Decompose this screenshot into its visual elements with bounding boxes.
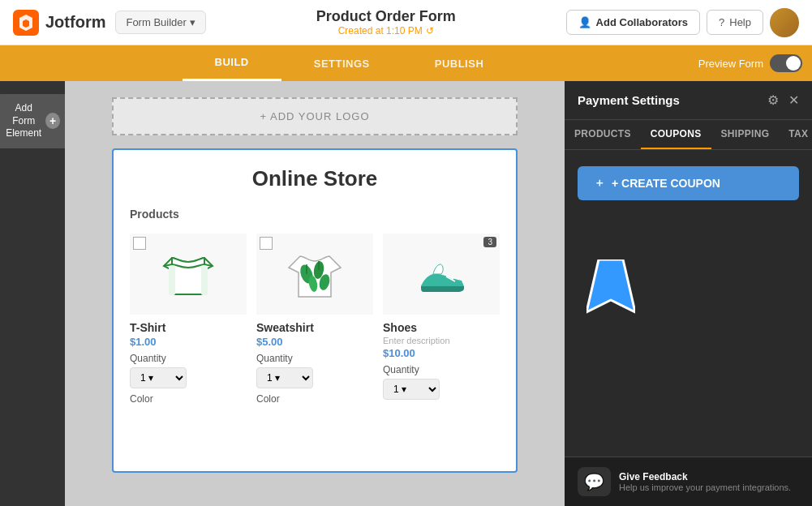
feedback-description: Help us improve your payment integration… — [619, 482, 791, 492]
product-name: Shoes — [383, 321, 500, 334]
create-coupon-button[interactable]: ＋ + CREATE COUPON — [578, 166, 799, 200]
add-icon: + — [45, 113, 60, 129]
preview-form-label: Preview Form — [698, 58, 763, 70]
form-card: Online Store Products — [112, 148, 518, 473]
list-item: T-Shirt $1.00 Quantity 1 ▾ Color — [130, 234, 247, 405]
avatar-image — [770, 8, 799, 37]
preview-area: Preview Form — [698, 54, 802, 72]
tab-coupons[interactable]: COUPONS — [641, 120, 711, 149]
product-checkbox[interactable] — [133, 237, 146, 250]
nav-tab-settings[interactable]: SETTINGS — [281, 45, 402, 81]
products-grid: T-Shirt $1.00 Quantity 1 ▾ Color — [130, 234, 500, 405]
logo-text: Jotform — [45, 13, 105, 32]
product-checkbox[interactable] — [260, 237, 273, 250]
add-form-label: Add FormElement — [5, 102, 42, 140]
panel-header: Payment Settings ⚙ ✕ — [565, 81, 812, 120]
svg-rect-1 — [169, 266, 175, 295]
sweatshirt-svg — [282, 242, 347, 307]
help-label: Help — [729, 16, 751, 28]
close-icon[interactable]: ✕ — [788, 92, 799, 108]
tab-products[interactable]: PRODUCTS — [565, 120, 641, 149]
svg-rect-2 — [201, 266, 208, 295]
list-item: 3 — [383, 234, 500, 405]
jotform-logo-icon — [13, 10, 39, 36]
tshirt-svg — [156, 242, 221, 307]
main-area: Add FormElement + + ADD YOUR LOGO Online… — [0, 81, 812, 506]
product-qty-select[interactable]: 1 ▾ — [130, 367, 187, 388]
product-image-shoes — [383, 234, 500, 315]
product-badge: 3 — [483, 237, 496, 247]
settings-gear-icon[interactable]: ⚙ — [767, 92, 779, 108]
list-item: Sweatshirt $5.00 Quantity 1 ▾ Color — [256, 234, 373, 405]
product-image-sweatshirt — [256, 234, 373, 315]
form-subtitle: Created at 1:10 PM ↺ — [216, 25, 556, 36]
user-avatar[interactable] — [770, 8, 799, 37]
chevron-down-icon: ▾ — [190, 16, 195, 28]
product-image-wrap — [256, 234, 373, 315]
feedback-text: Give Feedback Help us improve your payme… — [619, 471, 791, 492]
product-image-tshirt — [130, 234, 247, 315]
product-image-wrap — [130, 234, 247, 315]
svg-marker-9 — [586, 259, 635, 312]
logo-area: Jotform — [13, 10, 105, 36]
form-card-title: Online Store — [130, 166, 500, 191]
feedback-chat-icon[interactable]: 💬 — [578, 467, 611, 496]
tab-tax[interactable]: TAX — [779, 120, 812, 149]
products-label: Products — [130, 208, 500, 221]
product-color-label: Color — [256, 393, 373, 405]
panel-tabs: PRODUCTS COUPONS SHIPPING TAX INVOICE — [565, 120, 812, 150]
question-icon: ? — [719, 16, 724, 28]
product-color-label: Color — [130, 393, 247, 405]
product-price: $10.00 — [383, 347, 500, 359]
nav-tabs: BUILD SETTINGS PUBLISH — [0, 45, 698, 81]
tab-shipping[interactable]: SHIPPING — [711, 120, 780, 149]
product-name: Sweatshirt — [256, 321, 373, 334]
add-logo-bar[interactable]: + ADD YOUR LOGO — [112, 97, 518, 135]
form-builder-button[interactable]: Form Builder ▾ — [115, 11, 205, 34]
feedback-title: Give Feedback — [619, 471, 791, 482]
cursor-arrow — [586, 259, 635, 319]
nav-tab-build[interactable]: BUILD — [183, 45, 281, 81]
add-form-element-button[interactable]: Add FormElement + — [0, 94, 70, 148]
form-canvas: + ADD YOUR LOGO Online Store Products — [65, 81, 565, 506]
product-qty-label: Quantity — [383, 364, 500, 375]
product-enter-desc: Enter description — [383, 336, 500, 345]
create-coupon-label: + CREATE COUPON — [612, 177, 720, 190]
product-qty-select[interactable]: 1 ▾ — [256, 367, 313, 388]
preview-toggle[interactable] — [770, 54, 802, 72]
nav-bar: BUILD SETTINGS PUBLISH Preview Form — [0, 45, 812, 81]
plus-icon: ＋ — [594, 176, 605, 191]
form-subtitle-text: Created at 1:10 PM — [338, 25, 423, 36]
product-qty-label: Quantity — [256, 353, 373, 364]
sync-icon: ↺ — [426, 25, 434, 36]
form-title: Product Order Form — [216, 8, 556, 25]
panel-title: Payment Settings — [578, 93, 680, 107]
product-qty-label: Quantity — [130, 353, 247, 364]
product-name: T-Shirt — [130, 321, 247, 334]
header-right: 👤 Add Collaborators ? Help — [566, 8, 799, 37]
top-header: Jotform Form Builder ▾ Product Order For… — [0, 0, 812, 45]
panel-icons: ⚙ ✕ — [767, 92, 799, 108]
toggle-knob — [786, 56, 801, 71]
left-sidebar: Add FormElement + — [0, 81, 65, 506]
user-icon: 👤 — [578, 16, 591, 28]
help-button[interactable]: ? Help — [707, 10, 763, 35]
product-qty-select[interactable]: 1 ▾ — [383, 379, 440, 400]
product-price: $5.00 — [256, 336, 373, 348]
product-image-wrap: 3 — [383, 234, 500, 315]
add-collaborators-button[interactable]: 👤 Add Collaborators — [566, 10, 700, 35]
form-builder-label: Form Builder — [126, 16, 186, 28]
feedback-bar: 💬 Give Feedback Help us improve your pay… — [565, 457, 812, 506]
products-section: Products — [130, 208, 500, 405]
panel-content: ＋ + CREATE COUPON — [565, 150, 812, 506]
nav-tab-publish[interactable]: PUBLISH — [402, 45, 517, 81]
shoes-svg — [409, 242, 474, 307]
add-collaborators-label: Add Collaborators — [596, 16, 688, 28]
product-price: $1.00 — [130, 336, 247, 348]
header-center: Product Order Form Created at 1:10 PM ↺ — [216, 8, 556, 36]
